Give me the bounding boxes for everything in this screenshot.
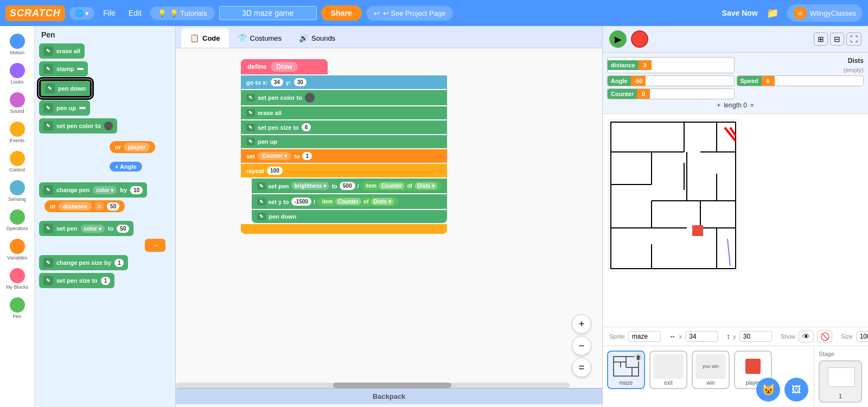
block-pen-up[interactable]: ✎ pen up xyxy=(39,100,90,116)
user-button[interactable]: W WlingyClasses xyxy=(787,4,863,22)
sprite-size-group: Size xyxy=(841,331,868,342)
block-change-pen-size[interactable]: ✎ change pen size by 1 xyxy=(39,255,128,270)
sidebar-item-motion[interactable]: Motion xyxy=(2,31,33,58)
topbar: SCRATCH 🌐 ▾ File Edit 💡 💡 Tutorials Shar… xyxy=(0,0,868,26)
goto-block[interactable]: go to x: 34 y: 30 xyxy=(241,75,447,89)
tutorials-button[interactable]: 💡 💡 Tutorials xyxy=(150,7,215,20)
looks-label: Looks xyxy=(10,79,23,85)
block-pen-down[interactable]: ✎ pen down xyxy=(39,79,92,98)
stage-controls: ▶ ⊞ ⊟ ⛶ xyxy=(603,26,868,53)
block-erase-all[interactable]: ✎ erase all xyxy=(39,43,85,59)
tab-code[interactable]: 📋 Code xyxy=(181,28,229,48)
zoom-out-button[interactable]: − xyxy=(572,336,591,355)
sprite-thumb-win[interactable]: you win win xyxy=(692,351,730,389)
block-set-pen-color-to[interactable]: ✎ set pen color ▾ to 50 xyxy=(39,221,133,236)
globe-button[interactable]: 🌐 ▾ xyxy=(69,7,95,20)
zoom-in-button[interactable]: + xyxy=(572,314,591,334)
var-monitor-distance[interactable]: distance 3 xyxy=(607,57,735,73)
block-stamp[interactable]: ✎ stamp xyxy=(39,61,88,77)
sprite-thumb-exit[interactable]: exit xyxy=(649,351,687,389)
set-pen-brightness-canvas[interactable]: ✎ set pen brightness ▾ to 500 / item Cou… xyxy=(252,179,447,193)
pen-down-inner-canvas[interactable]: ✎ pen down xyxy=(252,210,447,223)
block-change-pen-color[interactable]: ✎ change pen color ▾ by 10 xyxy=(39,182,147,198)
file-menu[interactable]: File xyxy=(99,7,120,20)
color-swatch xyxy=(104,122,113,130)
set-pen-color-canvas[interactable]: ✎ set pen color to xyxy=(241,90,447,105)
var-monitor-speed[interactable]: Speed 0 xyxy=(737,75,864,86)
scratch-logo[interactable]: SCRATCH xyxy=(5,5,65,21)
sprite-y-input[interactable] xyxy=(739,331,772,342)
orange-connector-block[interactable]: → xyxy=(145,239,165,252)
pen-up-canvas[interactable]: ✎ pen up xyxy=(241,135,447,148)
add-backdrop-button[interactable]: 🖼 xyxy=(784,378,808,402)
sidebar-item-pen[interactable]: Pen xyxy=(2,295,33,321)
sidebar-item-myblocks[interactable]: My Blocks xyxy=(2,266,33,292)
stage-canvas xyxy=(603,114,868,327)
dists-side: Dists (empty) xyxy=(737,57,864,73)
operators-label: Operators xyxy=(6,226,28,231)
sprite-thumb-maze[interactable]: 🗑 maze xyxy=(607,351,645,389)
save-now-button[interactable]: Save Now xyxy=(722,9,758,17)
sidebar-item-variables[interactable]: Variables xyxy=(2,237,33,263)
code-area: 📋 Code 👕 Costumes 🔊 Sounds define Draw xyxy=(176,26,602,407)
tab-costumes[interactable]: 👕 Costumes xyxy=(229,28,291,48)
tab-sounds[interactable]: 🔊 Sounds xyxy=(290,28,344,48)
zoom-fit-button[interactable]: = xyxy=(572,358,591,377)
code-scrollbar-h[interactable] xyxy=(176,383,570,388)
see-project-button[interactable]: ↩ ↩ See Project Page xyxy=(366,6,454,21)
sidebar-item-operators[interactable]: Operators xyxy=(2,207,33,233)
green-flag-button[interactable]: ▶ xyxy=(609,30,627,48)
set-counter-canvas[interactable]: set Counter ▾ to 1 xyxy=(241,149,447,163)
sidebar-item-control[interactable]: Control xyxy=(2,149,33,175)
operators-circle xyxy=(10,209,25,225)
project-name-input[interactable] xyxy=(219,6,317,20)
var-monitor-counter[interactable]: Counter 0 xyxy=(607,88,735,99)
sprite-delete-maze[interactable]: 🗑 xyxy=(634,353,643,361)
sound-circle xyxy=(10,92,25,107)
backdrop-thumb[interactable]: 1 xyxy=(819,360,862,403)
or-distance-block[interactable]: or distance > 50 xyxy=(44,200,125,212)
hide-button[interactable]: 🚫 xyxy=(817,330,832,342)
sprites-list-area: 🗑 maze xyxy=(603,346,868,407)
blocks-panel-title: Pen xyxy=(39,30,171,39)
share-button[interactable]: Share xyxy=(321,5,362,21)
stop-button[interactable] xyxy=(631,30,648,48)
sidebar-item-events[interactable]: Events xyxy=(2,119,33,145)
repeat-canvas[interactable]: repeat 100 xyxy=(241,164,447,177)
or-player-block[interactable]: or player xyxy=(110,141,155,153)
y-label: y xyxy=(733,333,736,340)
set-y-canvas[interactable]: ✎ set y to -1500 / item Counter of Dists… xyxy=(252,194,447,209)
variables-label: Variables xyxy=(7,255,27,260)
sprite-size-input[interactable] xyxy=(856,331,868,342)
sidebar-item-sensing[interactable]: Sensing xyxy=(2,178,33,204)
folder-button[interactable]: 📁 xyxy=(762,5,783,21)
show-visible-button[interactable]: 👁 xyxy=(799,330,814,342)
add-sprite-button[interactable]: 😺 xyxy=(756,378,780,402)
var-monitors: distance 3 Dists (empty) Angle -50 Speed… xyxy=(603,53,868,114)
sprite-name-input[interactable] xyxy=(628,331,661,342)
sidebar-item-looks[interactable]: Looks xyxy=(2,61,33,87)
right-panel: ▶ ⊞ ⊟ ⛶ distance 3 Dists (empty) Angle -… xyxy=(602,26,868,407)
sprite-img-win: you win xyxy=(695,354,726,379)
events-circle xyxy=(10,122,25,137)
define-block[interactable]: define Draw xyxy=(241,59,328,74)
add-buttons: 😺 🖼 xyxy=(756,378,808,402)
zoom-controls: + − = xyxy=(572,314,591,377)
erase-all-canvas[interactable]: ✎ erase all xyxy=(241,106,447,119)
sidebar-item-sound[interactable]: Sound xyxy=(2,90,33,116)
stage-medium-button[interactable]: ⊟ xyxy=(830,33,844,46)
sprite-x-input[interactable] xyxy=(685,331,718,342)
angle-block[interactable]: + Angle xyxy=(110,162,142,171)
var-monitor-angle[interactable]: Angle -50 xyxy=(607,75,735,86)
block-icon: ✎ xyxy=(43,276,53,285)
dists-formula: + length 0 = xyxy=(607,101,864,109)
edit-menu[interactable]: Edit xyxy=(124,7,146,20)
backpack-bar[interactable]: Backpack xyxy=(176,388,602,404)
stage-fullscreen-button[interactable]: ⛶ xyxy=(846,33,861,46)
stage-small-button[interactable]: ⊞ xyxy=(814,33,828,46)
block-set-pen-color[interactable]: ✎ set pen color to xyxy=(39,118,117,133)
player-square xyxy=(745,359,761,374)
set-pen-size-canvas[interactable]: ✎ set pen size to 6 xyxy=(241,120,447,134)
block-set-pen-size[interactable]: ✎ set pen size to 1 xyxy=(39,273,114,288)
dists-empty: (empty) xyxy=(844,67,864,73)
